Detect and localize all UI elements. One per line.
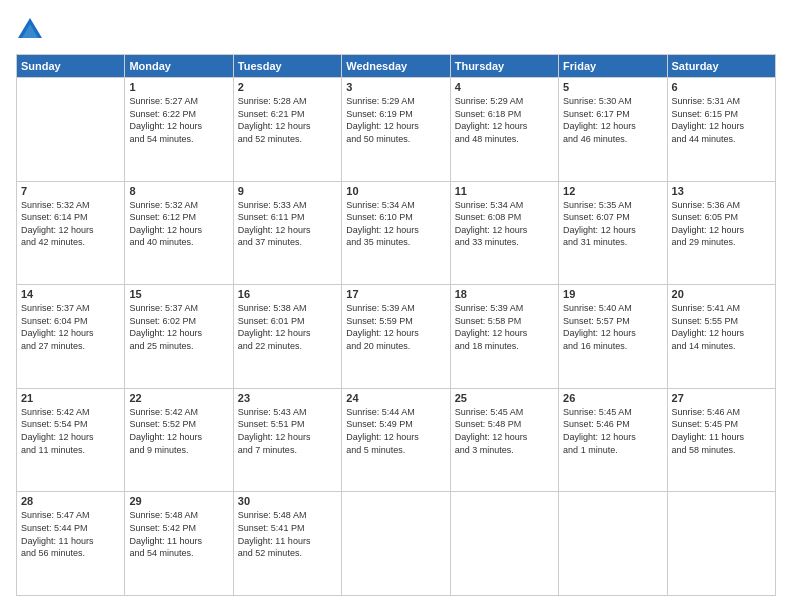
calendar-cell: 16Sunrise: 5:38 AM Sunset: 6:01 PM Dayli… (233, 285, 341, 389)
calendar-cell: 1Sunrise: 5:27 AM Sunset: 6:22 PM Daylig… (125, 78, 233, 182)
cell-day-number: 29 (129, 495, 228, 507)
calendar-cell: 27Sunrise: 5:46 AM Sunset: 5:45 PM Dayli… (667, 388, 775, 492)
cell-day-number: 20 (672, 288, 771, 300)
cell-info: Sunrise: 5:29 AM Sunset: 6:19 PM Dayligh… (346, 95, 445, 145)
cell-info: Sunrise: 5:29 AM Sunset: 6:18 PM Dayligh… (455, 95, 554, 145)
calendar-cell: 4Sunrise: 5:29 AM Sunset: 6:18 PM Daylig… (450, 78, 558, 182)
calendar-cell (559, 492, 667, 596)
cell-info: Sunrise: 5:27 AM Sunset: 6:22 PM Dayligh… (129, 95, 228, 145)
calendar-cell: 7Sunrise: 5:32 AM Sunset: 6:14 PM Daylig… (17, 181, 125, 285)
cell-day-number: 18 (455, 288, 554, 300)
calendar-cell: 19Sunrise: 5:40 AM Sunset: 5:57 PM Dayli… (559, 285, 667, 389)
calendar-cell (17, 78, 125, 182)
week-row-4: 21Sunrise: 5:42 AM Sunset: 5:54 PM Dayli… (17, 388, 776, 492)
cell-day-number: 6 (672, 81, 771, 93)
logo (16, 16, 48, 44)
calendar-cell: 26Sunrise: 5:45 AM Sunset: 5:46 PM Dayli… (559, 388, 667, 492)
cell-day-number: 5 (563, 81, 662, 93)
cell-info: Sunrise: 5:38 AM Sunset: 6:01 PM Dayligh… (238, 302, 337, 352)
calendar-cell: 25Sunrise: 5:45 AM Sunset: 5:48 PM Dayli… (450, 388, 558, 492)
calendar-cell: 21Sunrise: 5:42 AM Sunset: 5:54 PM Dayli… (17, 388, 125, 492)
calendar-cell: 22Sunrise: 5:42 AM Sunset: 5:52 PM Dayli… (125, 388, 233, 492)
cell-info: Sunrise: 5:30 AM Sunset: 6:17 PM Dayligh… (563, 95, 662, 145)
calendar-cell: 15Sunrise: 5:37 AM Sunset: 6:02 PM Dayli… (125, 285, 233, 389)
cell-day-number: 28 (21, 495, 120, 507)
calendar-cell (450, 492, 558, 596)
week-row-5: 28Sunrise: 5:47 AM Sunset: 5:44 PM Dayli… (17, 492, 776, 596)
cell-info: Sunrise: 5:37 AM Sunset: 6:02 PM Dayligh… (129, 302, 228, 352)
calendar-cell: 18Sunrise: 5:39 AM Sunset: 5:58 PM Dayli… (450, 285, 558, 389)
cell-info: Sunrise: 5:37 AM Sunset: 6:04 PM Dayligh… (21, 302, 120, 352)
weekday-tuesday: Tuesday (233, 55, 341, 78)
cell-day-number: 22 (129, 392, 228, 404)
calendar-cell (667, 492, 775, 596)
calendar-cell: 30Sunrise: 5:48 AM Sunset: 5:41 PM Dayli… (233, 492, 341, 596)
calendar-cell: 2Sunrise: 5:28 AM Sunset: 6:21 PM Daylig… (233, 78, 341, 182)
cell-day-number: 13 (672, 185, 771, 197)
weekday-saturday: Saturday (667, 55, 775, 78)
cell-info: Sunrise: 5:32 AM Sunset: 6:14 PM Dayligh… (21, 199, 120, 249)
cell-info: Sunrise: 5:33 AM Sunset: 6:11 PM Dayligh… (238, 199, 337, 249)
weekday-thursday: Thursday (450, 55, 558, 78)
weekday-monday: Monday (125, 55, 233, 78)
calendar-cell (342, 492, 450, 596)
cell-day-number: 14 (21, 288, 120, 300)
cell-info: Sunrise: 5:34 AM Sunset: 6:10 PM Dayligh… (346, 199, 445, 249)
calendar-cell: 13Sunrise: 5:36 AM Sunset: 6:05 PM Dayli… (667, 181, 775, 285)
cell-info: Sunrise: 5:31 AM Sunset: 6:15 PM Dayligh… (672, 95, 771, 145)
cell-day-number: 26 (563, 392, 662, 404)
cell-info: Sunrise: 5:39 AM Sunset: 5:58 PM Dayligh… (455, 302, 554, 352)
cell-day-number: 8 (129, 185, 228, 197)
cell-day-number: 10 (346, 185, 445, 197)
calendar-cell: 14Sunrise: 5:37 AM Sunset: 6:04 PM Dayli… (17, 285, 125, 389)
calendar-cell: 3Sunrise: 5:29 AM Sunset: 6:19 PM Daylig… (342, 78, 450, 182)
calendar-cell: 20Sunrise: 5:41 AM Sunset: 5:55 PM Dayli… (667, 285, 775, 389)
cell-info: Sunrise: 5:41 AM Sunset: 5:55 PM Dayligh… (672, 302, 771, 352)
cell-day-number: 19 (563, 288, 662, 300)
calendar-table: SundayMondayTuesdayWednesdayThursdayFrid… (16, 54, 776, 596)
cell-day-number: 3 (346, 81, 445, 93)
calendar-cell: 10Sunrise: 5:34 AM Sunset: 6:10 PM Dayli… (342, 181, 450, 285)
cell-day-number: 23 (238, 392, 337, 404)
cell-day-number: 12 (563, 185, 662, 197)
calendar-cell: 11Sunrise: 5:34 AM Sunset: 6:08 PM Dayli… (450, 181, 558, 285)
cell-day-number: 27 (672, 392, 771, 404)
week-row-1: 1Sunrise: 5:27 AM Sunset: 6:22 PM Daylig… (17, 78, 776, 182)
calendar-cell: 9Sunrise: 5:33 AM Sunset: 6:11 PM Daylig… (233, 181, 341, 285)
week-row-2: 7Sunrise: 5:32 AM Sunset: 6:14 PM Daylig… (17, 181, 776, 285)
weekday-header-row: SundayMondayTuesdayWednesdayThursdayFrid… (17, 55, 776, 78)
calendar-cell: 17Sunrise: 5:39 AM Sunset: 5:59 PM Dayli… (342, 285, 450, 389)
calendar-cell: 29Sunrise: 5:48 AM Sunset: 5:42 PM Dayli… (125, 492, 233, 596)
weekday-sunday: Sunday (17, 55, 125, 78)
cell-info: Sunrise: 5:45 AM Sunset: 5:46 PM Dayligh… (563, 406, 662, 456)
cell-info: Sunrise: 5:40 AM Sunset: 5:57 PM Dayligh… (563, 302, 662, 352)
cell-day-number: 30 (238, 495, 337, 507)
cell-info: Sunrise: 5:48 AM Sunset: 5:41 PM Dayligh… (238, 509, 337, 559)
cell-day-number: 25 (455, 392, 554, 404)
cell-info: Sunrise: 5:44 AM Sunset: 5:49 PM Dayligh… (346, 406, 445, 456)
cell-info: Sunrise: 5:47 AM Sunset: 5:44 PM Dayligh… (21, 509, 120, 559)
weekday-wednesday: Wednesday (342, 55, 450, 78)
cell-info: Sunrise: 5:32 AM Sunset: 6:12 PM Dayligh… (129, 199, 228, 249)
cell-day-number: 15 (129, 288, 228, 300)
cell-info: Sunrise: 5:43 AM Sunset: 5:51 PM Dayligh… (238, 406, 337, 456)
header (16, 16, 776, 44)
cell-day-number: 17 (346, 288, 445, 300)
calendar-cell: 5Sunrise: 5:30 AM Sunset: 6:17 PM Daylig… (559, 78, 667, 182)
cell-day-number: 2 (238, 81, 337, 93)
weekday-friday: Friday (559, 55, 667, 78)
cell-info: Sunrise: 5:39 AM Sunset: 5:59 PM Dayligh… (346, 302, 445, 352)
calendar-cell: 12Sunrise: 5:35 AM Sunset: 6:07 PM Dayli… (559, 181, 667, 285)
calendar-cell: 24Sunrise: 5:44 AM Sunset: 5:49 PM Dayli… (342, 388, 450, 492)
cell-day-number: 24 (346, 392, 445, 404)
cell-day-number: 21 (21, 392, 120, 404)
calendar-cell: 6Sunrise: 5:31 AM Sunset: 6:15 PM Daylig… (667, 78, 775, 182)
cell-day-number: 4 (455, 81, 554, 93)
cell-day-number: 11 (455, 185, 554, 197)
cell-day-number: 1 (129, 81, 228, 93)
cell-info: Sunrise: 5:42 AM Sunset: 5:54 PM Dayligh… (21, 406, 120, 456)
cell-info: Sunrise: 5:46 AM Sunset: 5:45 PM Dayligh… (672, 406, 771, 456)
cell-day-number: 16 (238, 288, 337, 300)
cell-info: Sunrise: 5:45 AM Sunset: 5:48 PM Dayligh… (455, 406, 554, 456)
cell-info: Sunrise: 5:35 AM Sunset: 6:07 PM Dayligh… (563, 199, 662, 249)
